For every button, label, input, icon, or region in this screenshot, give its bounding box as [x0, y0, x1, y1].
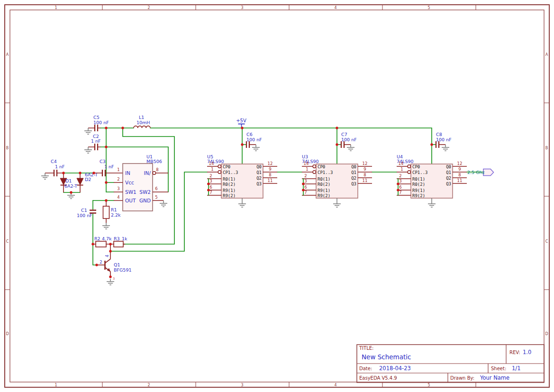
- pin-name: CP0: [223, 164, 230, 169]
- inversion-bubble: [313, 165, 316, 168]
- component-c6[interactable]: C6 100 nF: [246, 132, 262, 151]
- frame-ticks: [5, 5, 549, 387]
- gnd-symbol[interactable]: [252, 145, 260, 151]
- pin-number: 6: [155, 186, 157, 191]
- frame-row-label: B: [6, 146, 9, 150]
- frame-row-label: D: [545, 332, 548, 336]
- pin-number: 3: [399, 179, 401, 183]
- pin-name: Q3: [351, 182, 356, 186]
- pin-number: 3: [117, 186, 119, 191]
- component-c1[interactable]: C1 100 nF: [77, 208, 96, 218]
- pin-name: CP0: [412, 164, 420, 169]
- gnd-symbol[interactable]: [238, 201, 246, 207]
- gnd-symbol[interactable]: [428, 201, 436, 207]
- component-c7[interactable]: C7 100 nF: [341, 132, 357, 151]
- pin-number: 2: [209, 173, 212, 178]
- component-d1[interactable]: D1 6A2-T: [60, 173, 77, 192]
- junction-dot: [121, 127, 124, 129]
- gnd-symbol[interactable]: [84, 128, 92, 134]
- component-u1[interactable]: U1 MB506 1 2 3 4 8 6 5 IN Vcc SW1 OUT IN…: [114, 154, 168, 211]
- junction-dot: [109, 243, 111, 245]
- component-d2[interactable]: 6A2-T D2: [77, 172, 98, 192]
- ref-label: Q1: [114, 262, 120, 267]
- component-r3[interactable]: R3 1k: [114, 236, 127, 247]
- sheet-label: Sheet:: [491, 366, 506, 371]
- pin-name: Q0: [351, 164, 356, 169]
- net-flag-5v[interactable]: +5V: [236, 118, 246, 128]
- pin-name: CP1..3: [223, 170, 238, 175]
- gnd-symbol[interactable]: [41, 173, 49, 179]
- frame-row-label: B: [545, 146, 548, 150]
- pin-number: 4: [117, 195, 119, 200]
- gnd-symbol[interactable]: [160, 201, 167, 207]
- pin-name: SW2: [139, 189, 151, 195]
- transistor-emitter: [105, 267, 111, 277]
- component-c4[interactable]: C4 1 nF: [45, 159, 65, 176]
- ref-label: C2: [93, 134, 99, 139]
- pin-number: 8: [363, 173, 366, 177]
- pin-number: 6: [399, 185, 401, 190]
- pin-name: IN: [125, 170, 130, 176]
- inversion-bubble: [218, 171, 221, 173]
- frame-col-label: 3: [241, 383, 243, 387]
- component-c2[interactable]: C2 1 nF: [88, 134, 101, 151]
- resistor-body: [114, 241, 123, 247]
- junction-dot: [92, 172, 95, 174]
- frame-col-label: 2: [147, 6, 150, 10]
- component-q1[interactable]: 2 4 3 Q1 BFG591: [97, 244, 131, 281]
- schematic-canvas: 1 2 3 4 5 1 2 3 4 5 A B C D A B C D: [0, 0, 554, 392]
- pin-name: R9(1): [318, 188, 330, 193]
- component-l1[interactable]: L1 10mH: [134, 115, 150, 128]
- pin-name: Q3: [446, 182, 451, 186]
- inversion-bubble: [153, 172, 155, 174]
- title-label: TITLE:: [359, 346, 373, 351]
- date-label: Date:: [359, 366, 372, 371]
- wire-segment[interactable]: [150, 128, 432, 164]
- pin-name: R0(2): [318, 182, 330, 187]
- pin-number: 8: [458, 173, 461, 177]
- junction-dot: [241, 143, 243, 146]
- pin-name: Q1: [446, 170, 451, 175]
- gnd-symbol[interactable]: [347, 145, 354, 151]
- rev-value[interactable]: 1.0: [523, 349, 531, 356]
- component-r1[interactable]: R1 2.2k: [103, 201, 121, 223]
- date-value[interactable]: 2018-04-23: [379, 365, 411, 372]
- frame-row-label: C: [6, 239, 9, 244]
- inversion-bubble: [408, 165, 410, 168]
- pin-name: SW1: [125, 189, 136, 195]
- junction-dot: [109, 250, 111, 252]
- resistor-body: [96, 241, 106, 247]
- gnd-symbol[interactable]: [333, 201, 341, 207]
- gnd-symbol[interactable]: [84, 147, 92, 153]
- junction-dots: [62, 127, 433, 278]
- drawn-by-value[interactable]: Your Name: [480, 374, 509, 381]
- junction-dot: [109, 275, 111, 278]
- component-c8[interactable]: C8 100 nF: [436, 132, 452, 151]
- frame-col-label: 1: [54, 6, 57, 10]
- junction-dot: [105, 199, 107, 201]
- frame-row-label: A: [545, 53, 548, 57]
- junction-dot: [95, 264, 98, 266]
- sheet-value[interactable]: 1/1: [512, 365, 521, 372]
- gnd-symbol[interactable]: [442, 145, 449, 151]
- pin-number: 6: [304, 185, 307, 190]
- pin-number: 5: [155, 195, 157, 200]
- pin-name: Q1: [351, 170, 356, 175]
- frame-col-label: 4: [334, 6, 336, 10]
- inversion-bubble: [313, 171, 316, 173]
- gnd-symbol[interactable]: [102, 223, 110, 229]
- frame-col-label: 2: [147, 383, 150, 387]
- ref-label: C7: [341, 132, 347, 137]
- pin-number: 12: [363, 161, 368, 166]
- pin-number: 9: [458, 167, 461, 172]
- pin-name: Q3: [256, 182, 262, 186]
- inversion-bubble: [408, 171, 410, 173]
- junction-dot: [79, 172, 81, 174]
- net-flag-shape: [483, 169, 494, 176]
- pin-name: GND: [139, 198, 151, 203]
- value-label: 100 nF: [246, 137, 262, 142]
- frame-row-label: D: [6, 332, 9, 336]
- rev-label: REV:: [509, 350, 520, 355]
- net-flag-output[interactable]: 2.5 Ghz: [467, 169, 494, 176]
- title-value[interactable]: New Schematic: [362, 353, 411, 361]
